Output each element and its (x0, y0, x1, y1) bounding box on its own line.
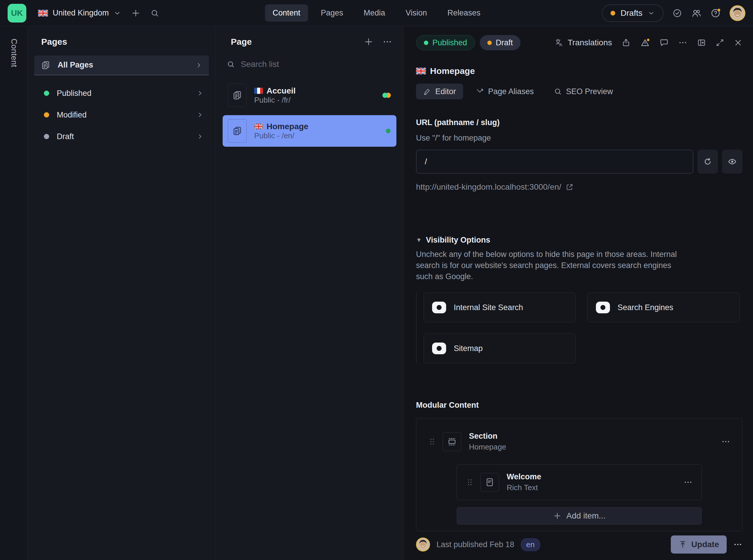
uk-flag-icon (38, 9, 48, 17)
toggle-card-sitemap: Sitemap (424, 334, 576, 363)
nav-tab-media[interactable]: Media (356, 4, 393, 22)
update-button[interactable]: Update (671, 536, 727, 554)
slug-input[interactable] (416, 149, 693, 174)
workspace-switcher[interactable]: United Kingdom (38, 8, 121, 18)
sidebar-item-published[interactable]: Published (28, 82, 215, 104)
block-section[interactable]: Section Homepage (428, 432, 731, 452)
page-title: Homepage (267, 122, 308, 131)
page-icon (228, 84, 247, 107)
more-actions-icon[interactable] (678, 38, 688, 47)
tab-seo-preview[interactable]: SEO Preview (547, 84, 620, 99)
nav-tab-content[interactable]: Content (265, 4, 308, 22)
expand-fullscreen-icon[interactable] (716, 38, 724, 47)
url-field-hint: Use "/" for homepage (416, 134, 742, 143)
modular-content-label: Modular Content (416, 401, 742, 410)
topbar: UK United Kingdom Content Pages Media Vi… (0, 0, 753, 26)
comments-icon[interactable] (659, 38, 669, 47)
page-list-item-accueil[interactable]: Accueil Public - /fr/ (223, 80, 397, 111)
preview-url-link[interactable]: http://united-kingdom.localhost:3000/en/ (416, 182, 742, 192)
tasks-check-button[interactable] (672, 8, 682, 18)
collaborators-button[interactable] (691, 8, 701, 18)
content-rail: Content (0, 26, 28, 560)
tab-page-aliases[interactable]: Page Aliases (469, 84, 541, 99)
eye-icon (727, 157, 737, 166)
external-link-icon (565, 183, 574, 191)
block-more-button[interactable] (721, 437, 731, 446)
search-icon (554, 87, 562, 96)
visibility-options-collapse[interactable]: ▼ Visibility Options (416, 236, 742, 245)
nav-tab-releases[interactable]: Releases (440, 4, 488, 22)
regenerate-slug-button[interactable] (697, 149, 718, 174)
chevron-down-icon (648, 9, 655, 17)
preview-slug-button[interactable] (722, 149, 742, 174)
block-title: Welcome (507, 472, 541, 481)
tab-published-version[interactable]: Published (416, 35, 475, 50)
refresh-icon (703, 157, 712, 166)
page-subtitle: Public - /fr/ (254, 96, 290, 104)
validation-alert-icon[interactable] (640, 38, 650, 48)
chevron-right-icon (195, 62, 202, 69)
share-icon[interactable] (621, 38, 631, 47)
pages-icon (41, 60, 51, 70)
block-subtitle: Homepage (469, 442, 506, 452)
visibility-heading: Visibility Options (426, 236, 490, 245)
environment-label: Drafts (620, 8, 642, 18)
nested-block-welcome[interactable]: Welcome Rich Text (457, 464, 702, 500)
sidebar-item-all-pages[interactable]: All Pages (34, 56, 209, 75)
internal-site-search-toggle[interactable] (432, 302, 446, 313)
toggle-card-internal-site-search: Internal Site Search (424, 293, 576, 322)
close-icon[interactable] (734, 38, 742, 47)
sidebar-item-draft[interactable]: Draft (28, 126, 215, 147)
toggle-knob (601, 305, 605, 310)
upload-arrow-icon (678, 540, 687, 549)
visibility-description: Uncheck any of the below options to hide… (416, 249, 690, 282)
page-status-dots (386, 128, 391, 134)
sidebar-item-label: Draft (57, 132, 74, 141)
chevron-right-icon (197, 90, 204, 97)
toggle-label: Internal Site Search (454, 303, 523, 312)
rail-label: Content (9, 39, 18, 560)
search-input[interactable] (241, 60, 392, 69)
translate-icon: A (554, 38, 564, 47)
uk-flag-icon (416, 67, 426, 75)
publish-more-button[interactable] (733, 540, 742, 549)
environment-status-dot (611, 11, 615, 16)
chevron-down-icon (114, 9, 121, 17)
sidebar-item-label: Published (57, 89, 92, 98)
list-more-button[interactable] (382, 37, 392, 47)
drag-handle-icon[interactable] (466, 478, 474, 486)
published-status-dot (44, 91, 49, 96)
pages-sidebar: Pages All Pages Published Modified (28, 26, 216, 560)
page-list-item-homepage[interactable]: Homepage Public - /en/ (223, 115, 397, 147)
tab-draft-version[interactable]: Draft (480, 35, 521, 50)
visibility-fieldset: Internal Site Search Search Engines Site… (416, 293, 742, 363)
toggle-label: Sitemap (454, 344, 483, 353)
tab-editor[interactable]: Editor (416, 84, 463, 99)
add-workspace-button[interactable] (131, 8, 140, 18)
nav-tab-pages[interactable]: Pages (313, 4, 351, 22)
environment-selector[interactable]: Drafts (602, 4, 663, 22)
help-button[interactable] (710, 8, 721, 18)
draft-status-dot (44, 134, 49, 139)
toggle-knob (437, 305, 442, 310)
user-avatar[interactable] (730, 5, 746, 21)
add-page-button[interactable] (364, 37, 373, 47)
drag-handle-icon[interactable] (428, 438, 436, 446)
add-item-button[interactable]: Add item... (457, 507, 702, 525)
search-engines-toggle[interactable] (596, 302, 610, 313)
global-search-button[interactable] (150, 9, 159, 18)
pencil-icon (423, 87, 431, 96)
translations-button[interactable]: A Translations (554, 38, 612, 47)
block-title: Section (469, 432, 498, 440)
nav-tab-vision[interactable]: Vision (398, 4, 435, 22)
publisher-avatar (416, 538, 430, 552)
uk-flag-icon (254, 123, 263, 129)
sidebar-item-modified[interactable]: Modified (28, 104, 215, 126)
tab-label: Page Aliases (488, 87, 534, 96)
plus-icon (553, 512, 562, 520)
published-status-dot (386, 128, 390, 133)
sitemap-toggle[interactable] (432, 343, 446, 354)
block-more-button[interactable] (683, 478, 693, 487)
split-panel-icon[interactable] (697, 38, 706, 47)
published-status-dot (424, 41, 428, 45)
